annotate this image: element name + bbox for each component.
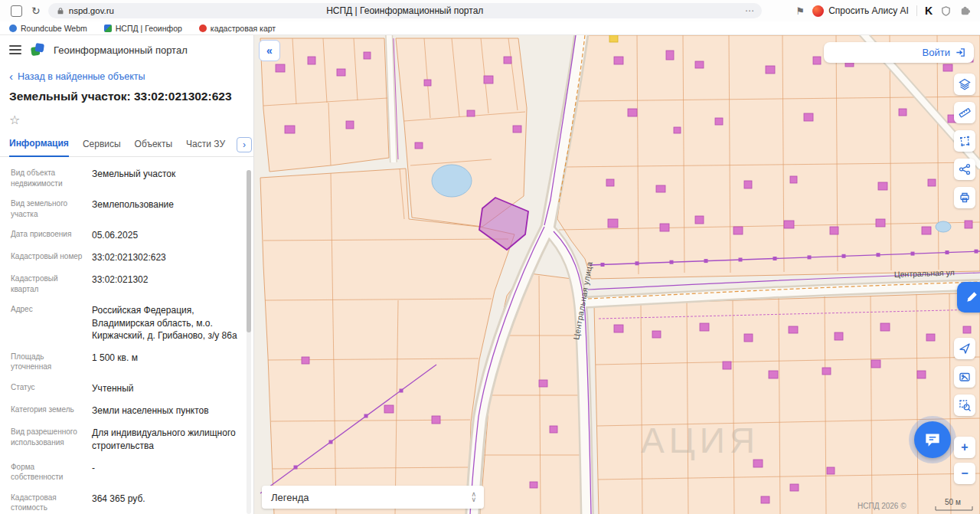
field-row: Вид объекта недвижимостиЗемельный участо… [0, 168, 253, 188]
object-title: Земельный участок: 33:02:021302:623 [0, 83, 253, 103]
field-value: Учтенный [92, 382, 134, 395]
legend-collapse-icon[interactable]: ∧ ∨ [471, 492, 476, 503]
tab-bar: Информация Сервисы Объекты Части ЗУ Сост… [0, 129, 253, 157]
image-icon [959, 371, 971, 383]
kaspersky-extension-icon[interactable]: K [925, 5, 933, 17]
login-bar[interactable]: Войти [824, 42, 974, 63]
panel-collapse-button[interactable]: « [259, 40, 280, 61]
zoom-in-button[interactable]: + [954, 437, 975, 458]
refresh-icon[interactable]: ↻ [31, 5, 41, 16]
share-icon [959, 163, 971, 175]
menu-icon[interactable] [9, 45, 21, 54]
browser-app-icon[interactable] [11, 5, 22, 17]
bookmark-roundcube[interactable]: Roundcube Webm [9, 24, 87, 33]
field-row: Кадастровый квартал33:02:021302 [0, 273, 253, 294]
map-tools-bottom [954, 338, 975, 416]
bookmark-cadastre[interactable]: кадастровая карт [199, 24, 276, 33]
tab-information[interactable]: Информация [9, 138, 69, 157]
ruler-button[interactable] [954, 102, 975, 123]
field-value: 33:02:021302 [92, 273, 148, 294]
field-row: Категория земельЗемли населенных пунктов [0, 404, 253, 417]
field-label: Адрес [11, 304, 84, 342]
field-value: Для индивидуального жилищного строительс… [92, 427, 243, 451]
tab-objects[interactable]: Объекты [135, 139, 173, 156]
field-value: 05.06.2025 [92, 229, 138, 241]
field-label: Вид разрешенного использования [11, 427, 84, 451]
shield-extension-icon[interactable] [940, 5, 952, 17]
back-link-label: Назад в найденные объекты [18, 71, 145, 82]
alice-label: Спросить Алису AI [828, 5, 909, 16]
field-value: 33:02:021302:623 [92, 251, 166, 264]
field-label: Кадастровый квартал [11, 273, 84, 294]
scale-label: 50 м [945, 498, 961, 506]
ruler-icon [959, 106, 971, 119]
locate-icon [959, 342, 971, 355]
divider [916, 5, 917, 16]
field-value: Земли населенных пунктов [92, 404, 209, 417]
layers-icon [959, 78, 971, 90]
login-label: Войти [923, 47, 950, 58]
browser-window: ↻ nspd.gov.ru НСПД | Геоинформационный п… [0, 0, 980, 514]
small-pond [936, 221, 951, 232]
map-watermark: АЦИЯ [641, 421, 760, 460]
field-row: Форма собственности- [0, 462, 253, 483]
zoom-area-button[interactable] [954, 395, 975, 416]
measure-area-icon [959, 135, 971, 147]
field-value: Землепользование [92, 198, 174, 219]
field-row: СтатусУчтенный [0, 382, 253, 395]
bookmark-flag-icon[interactable]: ⚑ [796, 5, 805, 17]
field-label: Вид объекта недвижимости [11, 168, 84, 188]
map-attribution: НСПД 2026 © [858, 502, 906, 510]
cadastral-map[interactable]: Центральная улица Центральная ул АЦИЯ НС… [254, 35, 980, 514]
field-row: Вид разрешенного использованияДля индиви… [0, 427, 253, 451]
zoom-out-button[interactable]: − [954, 463, 975, 484]
portal-title: Геоинформационный портал [54, 44, 188, 56]
nspd-logo [29, 41, 46, 58]
field-label: Форма собственности [11, 462, 84, 483]
cadastre-favicon [199, 25, 207, 32]
back-chevron-icon: ‹ [9, 70, 13, 82]
chat-icon [923, 430, 942, 450]
field-row: АдресРоссийская Федерация, Владимирская … [0, 304, 253, 342]
basemap-button[interactable] [954, 366, 975, 388]
measure-area-button[interactable] [954, 130, 975, 152]
nspd-favicon [104, 25, 112, 32]
field-label: Категория земель [11, 404, 84, 417]
map-container: Центральная улица Центральная ул АЦИЯ НС… [254, 35, 980, 514]
favorite-star-icon[interactable]: ☆ [9, 113, 20, 126]
address-more-icon[interactable]: ⋯ [745, 5, 754, 16]
field-row: Кадастровый номер33:02:021302:623 [0, 251, 253, 264]
tabs-next-button[interactable]: › [237, 137, 252, 152]
panel-header: Геоинформационный портал [0, 35, 253, 64]
zoom-controls: + − [954, 437, 975, 484]
alice-button[interactable]: Спросить Алису AI [812, 5, 909, 17]
field-label: Вид земельного участка [11, 198, 84, 219]
bookmark-nspd[interactable]: НСПД | Геоинфор [104, 24, 182, 33]
field-value: - [92, 462, 95, 483]
address-bar[interactable]: nspd.gov.ru НСПД | Геоинформационный пор… [48, 3, 762, 18]
browser-toolbar: ↻ nspd.gov.ru НСПД | Геоинформационный п… [0, 0, 980, 22]
back-link[interactable]: ‹ Назад в найденные объекты [0, 64, 253, 83]
poi-marker [609, 35, 618, 42]
field-value: Российская Федерация, Владимирская облас… [92, 304, 243, 342]
field-value: 1 500 кв. м [92, 352, 138, 372]
zoom-area-icon [959, 399, 971, 411]
tab-services[interactable]: Сервисы [83, 139, 121, 156]
share-button[interactable] [954, 159, 975, 180]
print-button[interactable] [954, 187, 975, 208]
locate-button[interactable] [954, 338, 975, 359]
support-chat-button[interactable] [914, 421, 951, 458]
bookmarks-bar: Roundcube Webm НСПД | Геоинфор кадастров… [0, 21, 980, 35]
tab-parts[interactable]: Части ЗУ [186, 139, 225, 156]
legend-label: Легенда [271, 492, 309, 503]
roundcube-favicon [9, 25, 17, 32]
sidebar-scrollbar-thumb[interactable] [247, 170, 251, 332]
field-row: Площадь уточненная1 500 кв. м [0, 352, 253, 372]
extensions-puzzle-icon[interactable] [959, 5, 971, 17]
legend-bar[interactable]: Легенда ∧ ∨ [262, 486, 484, 509]
feedback-button[interactable] [957, 282, 980, 313]
layers-button[interactable] [954, 74, 975, 95]
field-row: Вид земельного участкаЗемлепользование [0, 198, 253, 219]
map-tools-top [954, 74, 975, 208]
field-row: Кадастровая стоимость364 365 руб. [0, 493, 253, 513]
